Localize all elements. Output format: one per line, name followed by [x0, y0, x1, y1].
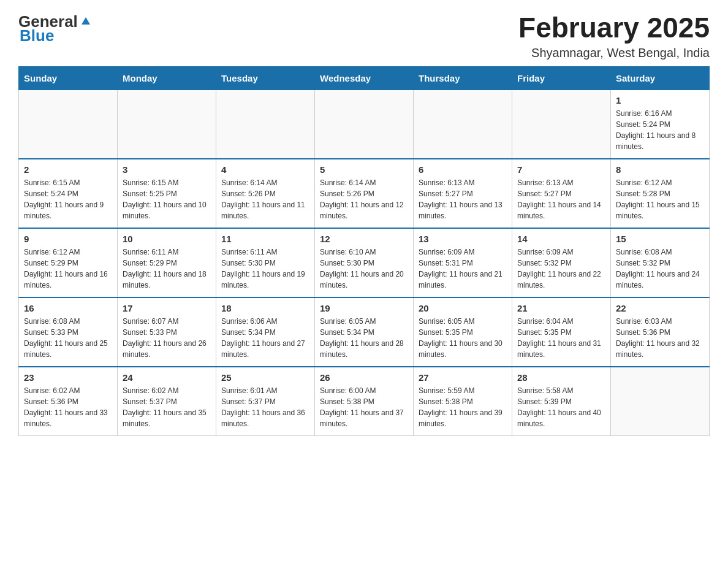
weekday-header-saturday: Saturday: [611, 66, 710, 90]
day-number: 7: [517, 164, 605, 175]
calendar-cell: 19Sunrise: 6:05 AMSunset: 5:34 PMDayligh…: [315, 297, 414, 367]
weekday-header-sunday: Sunday: [19, 66, 118, 90]
month-title: February 2025: [518, 12, 710, 44]
day-info: Sunrise: 6:08 AMSunset: 5:32 PMDaylight:…: [616, 247, 704, 291]
calendar-cell: 15Sunrise: 6:08 AMSunset: 5:32 PMDayligh…: [611, 228, 710, 297]
calendar-cell: 10Sunrise: 6:11 AMSunset: 5:29 PMDayligh…: [118, 228, 216, 297]
day-number: 22: [616, 303, 704, 313]
day-info: Sunrise: 6:14 AMSunset: 5:26 PMDaylight:…: [221, 177, 309, 221]
day-info: Sunrise: 6:11 AMSunset: 5:29 PMDaylight:…: [123, 247, 211, 291]
day-info: Sunrise: 6:05 AMSunset: 5:34 PMDaylight:…: [320, 316, 408, 360]
calendar-cell: [611, 367, 710, 436]
day-number: 2: [24, 164, 112, 175]
calendar-header-row: SundayMondayTuesdayWednesdayThursdayFrid…: [19, 66, 710, 90]
day-number: 26: [320, 372, 408, 383]
calendar-week-row: 16Sunrise: 6:08 AMSunset: 5:33 PMDayligh…: [19, 297, 710, 367]
day-info: Sunrise: 6:09 AMSunset: 5:31 PMDaylight:…: [419, 247, 507, 291]
day-number: 24: [123, 372, 211, 383]
calendar-cell: [512, 90, 611, 159]
calendar-cell: 16Sunrise: 6:08 AMSunset: 5:33 PMDayligh…: [19, 297, 118, 367]
weekday-header-friday: Friday: [512, 66, 611, 90]
day-info: Sunrise: 6:08 AMSunset: 5:33 PMDaylight:…: [24, 316, 112, 360]
calendar-cell: 6Sunrise: 6:13 AMSunset: 5:27 PMDaylight…: [414, 159, 512, 228]
day-info: Sunrise: 6:15 AMSunset: 5:24 PMDaylight:…: [24, 177, 112, 221]
calendar-cell: [315, 90, 414, 159]
page-header: General Blue February 2025 Shyamnagar, W…: [18, 12, 710, 60]
calendar-cell: 12Sunrise: 6:10 AMSunset: 5:30 PMDayligh…: [315, 228, 414, 297]
day-number: 1: [616, 95, 704, 105]
weekday-header-monday: Monday: [118, 66, 216, 90]
day-number: 27: [419, 372, 507, 383]
day-number: 21: [517, 303, 605, 313]
weekday-header-thursday: Thursday: [414, 66, 512, 90]
calendar-week-row: 23Sunrise: 6:02 AMSunset: 5:36 PMDayligh…: [19, 367, 710, 436]
day-number: 18: [221, 303, 309, 313]
day-number: 10: [123, 234, 211, 244]
location-subtitle: Shyamnagar, West Bengal, India: [518, 46, 710, 60]
day-info: Sunrise: 6:03 AMSunset: 5:36 PMDaylight:…: [616, 316, 704, 360]
weekday-header-tuesday: Tuesday: [216, 66, 315, 90]
calendar-week-row: 9Sunrise: 6:12 AMSunset: 5:29 PMDaylight…: [19, 228, 710, 297]
calendar-cell: [118, 90, 216, 159]
calendar-cell: 20Sunrise: 6:05 AMSunset: 5:35 PMDayligh…: [414, 297, 512, 367]
calendar-cell: 5Sunrise: 6:14 AMSunset: 5:26 PMDaylight…: [315, 159, 414, 228]
day-info: Sunrise: 5:59 AMSunset: 5:38 PMDaylight:…: [419, 385, 507, 429]
calendar-cell: 23Sunrise: 6:02 AMSunset: 5:36 PMDayligh…: [19, 367, 118, 436]
day-number: 9: [24, 234, 112, 244]
calendar-table: SundayMondayTuesdayWednesdayThursdayFrid…: [18, 66, 710, 436]
day-info: Sunrise: 6:16 AMSunset: 5:24 PMDaylight:…: [616, 108, 704, 152]
calendar-cell: 14Sunrise: 6:09 AMSunset: 5:32 PMDayligh…: [512, 228, 611, 297]
day-info: Sunrise: 6:02 AMSunset: 5:37 PMDaylight:…: [123, 385, 211, 429]
day-info: Sunrise: 6:15 AMSunset: 5:25 PMDaylight:…: [123, 177, 211, 221]
calendar-cell: 27Sunrise: 5:59 AMSunset: 5:38 PMDayligh…: [414, 367, 512, 436]
logo-triangle-icon: [79, 13, 93, 27]
day-info: Sunrise: 6:05 AMSunset: 5:35 PMDaylight:…: [419, 316, 507, 360]
day-info: Sunrise: 6:12 AMSunset: 5:29 PMDaylight:…: [24, 247, 112, 291]
calendar-cell: 2Sunrise: 6:15 AMSunset: 5:24 PMDaylight…: [19, 159, 118, 228]
day-number: 20: [419, 303, 507, 313]
calendar-cell: 1Sunrise: 6:16 AMSunset: 5:24 PMDaylight…: [611, 90, 710, 159]
calendar-cell: [19, 90, 118, 159]
day-info: Sunrise: 6:04 AMSunset: 5:35 PMDaylight:…: [517, 316, 605, 360]
day-number: 8: [616, 164, 704, 175]
day-number: 28: [517, 372, 605, 383]
calendar-cell: 8Sunrise: 6:12 AMSunset: 5:28 PMDaylight…: [611, 159, 710, 228]
calendar-cell: [414, 90, 512, 159]
calendar-cell: 21Sunrise: 6:04 AMSunset: 5:35 PMDayligh…: [512, 297, 611, 367]
day-number: 15: [616, 234, 704, 244]
day-number: 16: [24, 303, 112, 313]
day-info: Sunrise: 6:02 AMSunset: 5:36 PMDaylight:…: [24, 385, 112, 429]
calendar-cell: 3Sunrise: 6:15 AMSunset: 5:25 PMDaylight…: [118, 159, 216, 228]
logo: General Blue: [18, 12, 93, 45]
day-number: 4: [221, 164, 309, 175]
day-number: 3: [123, 164, 211, 175]
day-number: 17: [123, 303, 211, 313]
calendar-cell: 24Sunrise: 6:02 AMSunset: 5:37 PMDayligh…: [118, 367, 216, 436]
calendar-week-row: 1Sunrise: 6:16 AMSunset: 5:24 PMDaylight…: [19, 90, 710, 159]
day-number: 19: [320, 303, 408, 313]
day-info: Sunrise: 6:14 AMSunset: 5:26 PMDaylight:…: [320, 177, 408, 221]
day-number: 6: [419, 164, 507, 175]
calendar-cell: 4Sunrise: 6:14 AMSunset: 5:26 PMDaylight…: [216, 159, 315, 228]
day-info: Sunrise: 6:13 AMSunset: 5:27 PMDaylight:…: [419, 177, 507, 221]
day-number: 12: [320, 234, 408, 244]
day-info: Sunrise: 5:58 AMSunset: 5:39 PMDaylight:…: [517, 385, 605, 429]
calendar-cell: 17Sunrise: 6:07 AMSunset: 5:33 PMDayligh…: [118, 297, 216, 367]
day-info: Sunrise: 6:07 AMSunset: 5:33 PMDaylight:…: [123, 316, 211, 360]
calendar-cell: 9Sunrise: 6:12 AMSunset: 5:29 PMDaylight…: [19, 228, 118, 297]
day-info: Sunrise: 6:09 AMSunset: 5:32 PMDaylight:…: [517, 247, 605, 291]
calendar-week-row: 2Sunrise: 6:15 AMSunset: 5:24 PMDaylight…: [19, 159, 710, 228]
svg-marker-0: [82, 17, 90, 25]
day-number: 25: [221, 372, 309, 383]
day-number: 5: [320, 164, 408, 175]
calendar-cell: 26Sunrise: 6:00 AMSunset: 5:38 PMDayligh…: [315, 367, 414, 436]
day-number: 11: [221, 234, 309, 244]
title-area: February 2025 Shyamnagar, West Bengal, I…: [518, 12, 710, 60]
day-info: Sunrise: 6:10 AMSunset: 5:30 PMDaylight:…: [320, 247, 408, 291]
day-number: 13: [419, 234, 507, 244]
calendar-cell: [216, 90, 315, 159]
calendar-cell: 25Sunrise: 6:01 AMSunset: 5:37 PMDayligh…: [216, 367, 315, 436]
calendar-cell: 11Sunrise: 6:11 AMSunset: 5:30 PMDayligh…: [216, 228, 315, 297]
calendar-cell: 22Sunrise: 6:03 AMSunset: 5:36 PMDayligh…: [611, 297, 710, 367]
day-number: 14: [517, 234, 605, 244]
